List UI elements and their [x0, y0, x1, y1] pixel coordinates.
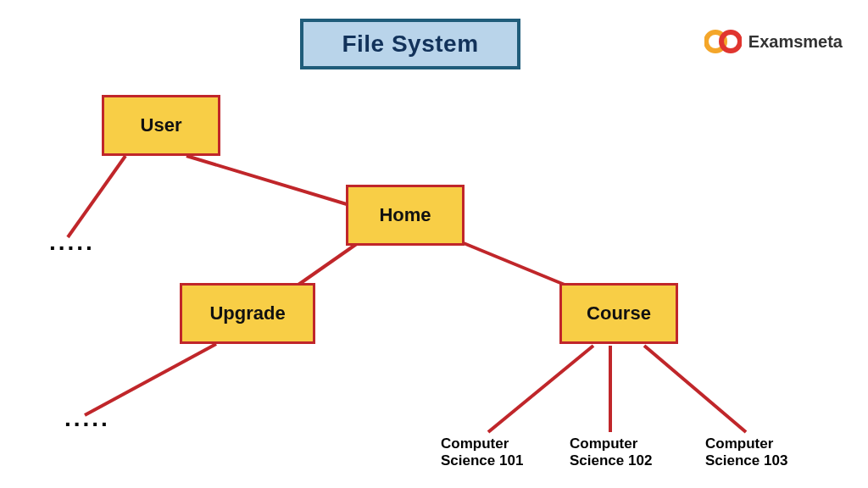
edge-course-cs101: [488, 346, 593, 432]
leaf-cs101: Computer Science 101: [441, 435, 542, 469]
node-home: Home: [346, 185, 465, 246]
ellipsis-user: .....: [49, 229, 95, 256]
node-user: User: [102, 95, 220, 156]
brand-logo-icon: [704, 29, 742, 54]
diagram-title: File System: [300, 19, 520, 69]
leaf-cs103: Computer Science 103: [705, 435, 807, 469]
node-upgrade: Upgrade: [180, 283, 315, 344]
edge-user-ellipsis: [68, 156, 125, 237]
edge-user-home: [186, 156, 366, 210]
node-course: Course: [559, 283, 678, 344]
leaf-cs102: Computer Science 102: [570, 435, 671, 469]
brand-text: Examsmeta: [748, 32, 843, 52]
edge-course-cs103: [644, 346, 746, 432]
ellipsis-upgrade: .....: [64, 405, 110, 432]
brand: Examsmeta: [704, 29, 843, 54]
